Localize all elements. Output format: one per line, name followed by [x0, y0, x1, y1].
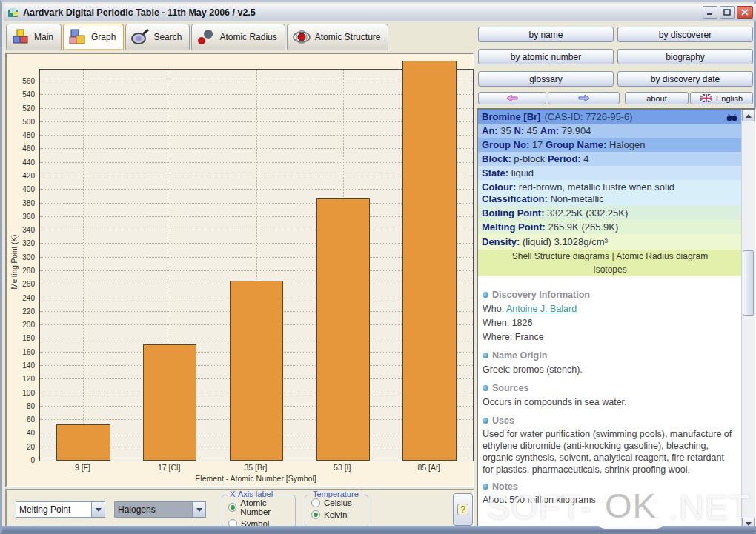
y-tick-label: 180: [22, 334, 35, 342]
discovery-section-header: Discovery Information: [483, 290, 736, 300]
sources-section-header: Sources: [483, 383, 736, 393]
group-select-arrow-icon[interactable]: [192, 502, 205, 517]
atomic-radius-link[interactable]: Atomic Radius diagram: [616, 251, 708, 261]
y-tick-label: 80: [27, 402, 35, 410]
group-no-label: Group No:: [482, 139, 529, 150]
atomic-numbers-row: An: 35 N: 45 Am: 79.904: [478, 124, 742, 138]
tab-atomic-structure-label: Atomic Structure: [315, 32, 381, 42]
y-tick-label: 240: [22, 294, 35, 302]
glossary-button[interactable]: glossary: [478, 71, 614, 87]
scroll-up-button[interactable]: [742, 110, 755, 121]
y-tick-label: 140: [22, 361, 35, 370]
density-label: Density:: [482, 236, 520, 247]
x-tick-label: 53 [I]: [299, 463, 385, 472]
bullet-icon: [483, 353, 488, 358]
y-tick-label: 320: [22, 239, 35, 247]
y-tick-label: 0: [30, 456, 35, 464]
window-title: Aardvark Digital Periodic Table - 11th M…: [23, 7, 703, 18]
info-scrollbar[interactable]: [741, 110, 755, 530]
radio-atomic-number[interactable]: Atomic Number: [228, 498, 295, 516]
by-discoverer-label: by discoverer: [659, 30, 712, 40]
isotopes-link[interactable]: Isotopes: [593, 264, 626, 275]
help-button[interactable]: ?: [453, 493, 473, 526]
who-label: Who:: [483, 304, 504, 314]
block-period-row: Block: p-block Period: 4: [478, 152, 742, 166]
boiling-value: 332.25K (332.25K): [547, 207, 628, 218]
y-tick-label: 400: [22, 185, 35, 193]
y-tick-label: 520: [22, 104, 35, 113]
by-atomic-number-button[interactable]: by atomic number: [478, 49, 614, 64]
property-select-arrow-icon[interactable]: [91, 502, 105, 517]
tab-atomic-radius[interactable]: Atomic Radius: [191, 24, 285, 50]
melting-value: 265.9K (265.9K): [548, 221, 619, 233]
shell-structure-link[interactable]: Shell Structure diagrams: [512, 251, 609, 261]
uk-flag-icon: [700, 94, 712, 102]
by-discoverer-button[interactable]: by discoverer: [617, 27, 753, 42]
minimize-button[interactable]: [703, 6, 717, 19]
biography-button[interactable]: biography: [617, 49, 753, 64]
tab-main[interactable]: Main: [6, 24, 62, 50]
biography-label: biography: [666, 52, 705, 62]
tab-atomic-structure[interactable]: Atomic Structure: [287, 24, 389, 50]
boiling-point-row: Boiling Point: 332.25K (332.25K): [478, 206, 742, 220]
discovery-header-label: Discovery Information: [492, 290, 590, 300]
melting-point-row: Melting Point: 265.9K (265.9K): [478, 220, 742, 234]
x-tick-label: 85 [At]: [385, 463, 472, 472]
period-value: 4: [583, 153, 588, 164]
bar-53-i-: [316, 198, 370, 461]
close-button[interactable]: [737, 6, 753, 19]
melting-label: Melting Point:: [482, 221, 546, 233]
y-tick-label: 560: [22, 77, 35, 85]
period-label: Period:: [548, 153, 581, 164]
property-select-value: Melting Point: [16, 504, 91, 515]
density-row: Density: (liquid) 3.1028g/cm³: [478, 234, 742, 250]
state-label: State:: [482, 167, 508, 178]
group-select[interactable]: Halogens: [114, 501, 206, 518]
watermark: SOFT- OK .NET: [487, 485, 751, 529]
link-separator: |: [611, 251, 614, 261]
radio-kelvin[interactable]: Kelvin: [311, 510, 368, 519]
tab-graph[interactable]: Graph: [63, 24, 124, 50]
radio-atomic-number-dot: [228, 503, 236, 512]
colour-value: red-brown, metallic lustre when solid: [519, 181, 674, 193]
forward-button[interactable]: [548, 92, 620, 104]
bar-9-f-: [56, 424, 110, 461]
group-name-value: Halogen: [609, 139, 645, 150]
forward-arrow-icon: [578, 94, 590, 102]
tab-search[interactable]: Search: [125, 24, 190, 50]
property-select[interactable]: Melting Point: [16, 501, 105, 518]
back-button[interactable]: [478, 92, 546, 104]
about-label: about: [646, 94, 667, 103]
about-button[interactable]: about: [625, 92, 689, 104]
by-name-button[interactable]: by name: [478, 27, 614, 42]
chart-controls-panel: Melting Point Halogens X-Axis label Atom…: [5, 489, 474, 528]
tab-bar: Main Graph Search Atomic Radius Atomic S…: [6, 24, 388, 51]
find-binoculars-icon[interactable]: [726, 113, 737, 121]
when-label: When:: [483, 318, 509, 328]
maximize-button[interactable]: [720, 6, 735, 19]
bar-17-cl-: [143, 344, 196, 461]
sources-header-label: Sources: [492, 383, 528, 393]
radio-celsius[interactable]: Celsius: [311, 498, 368, 507]
discoverer-link[interactable]: Antoine J. Balard: [506, 304, 577, 314]
y-tick-label: 220: [22, 307, 35, 316]
title-bar: Aardvark Digital Periodic Table - 11th M…: [4, 4, 756, 21]
language-button[interactable]: English: [690, 92, 753, 104]
by-discovery-date-button[interactable]: by discovery date: [617, 71, 753, 87]
bullet-icon: [483, 418, 488, 424]
sources-text: Occurs in compounds in sea water.: [483, 396, 736, 410]
radio-celsius-dot: [311, 498, 320, 507]
classification-value: Non-metallic: [550, 193, 603, 204]
back-arrow-icon: [506, 94, 518, 102]
scrollbar-thumb[interactable]: [743, 250, 754, 316]
temperature-groupbox-title: Temperature: [311, 490, 361, 498]
group-name-label: Group Name:: [546, 139, 606, 150]
radio-atomic-number-label: Atomic Number: [240, 498, 295, 516]
by-discovery-date-label: by discovery date: [651, 74, 720, 84]
tab-graph-label: Graph: [91, 32, 116, 42]
y-tick-label: 440: [22, 158, 35, 167]
bullet-icon: [483, 385, 488, 391]
state-value: liquid: [511, 167, 534, 178]
tab-main-label: Main: [34, 32, 53, 42]
bullet-icon: [483, 292, 488, 298]
